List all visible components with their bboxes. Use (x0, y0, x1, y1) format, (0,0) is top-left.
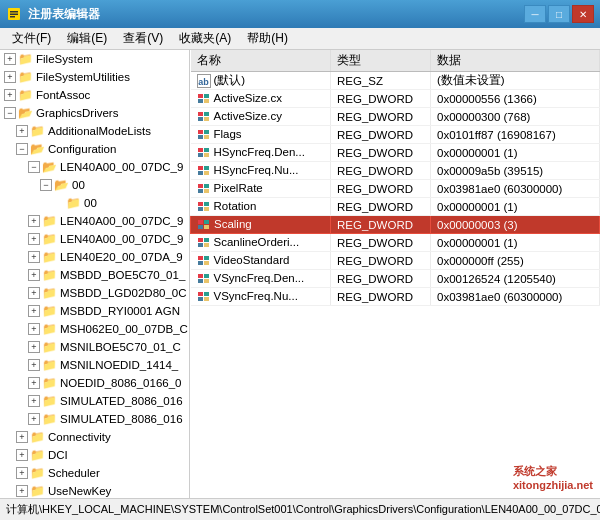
table-row[interactable]: VideoStandardREG_DWORD0x000000ff (255) (191, 252, 600, 270)
table-row[interactable]: VSyncFreq.Nu...REG_DWORD0x03981ae0 (6030… (191, 288, 600, 306)
tree-label: LEN40E20_00_07DA_9 (60, 251, 183, 263)
tree-item[interactable]: +📁FileSystemUtilities (0, 68, 189, 86)
tree-label: MSBDD_BOE5C70_01_ (60, 269, 185, 281)
expand-button[interactable]: − (4, 107, 16, 119)
svg-rect-49 (198, 297, 203, 301)
folder-icon: 📁 (18, 70, 33, 84)
reg-data: 0x00000300 (768) (431, 108, 600, 126)
table-row[interactable]: VSyncFreq.Den...REG_DWORD0x00126524 (120… (191, 270, 600, 288)
table-row[interactable]: ab(默认)REG_SZ(数值未设置) (191, 72, 600, 90)
expand-button[interactable]: + (28, 377, 40, 389)
expand-button[interactable]: + (28, 287, 40, 299)
expand-button[interactable]: + (28, 395, 40, 407)
reg-name-cell: VSyncFreq.Nu... (191, 288, 331, 306)
reg-name: VSyncFreq.Nu... (214, 290, 298, 302)
reg-dword-icon (197, 236, 211, 250)
tree-item[interactable]: +📁DCI (0, 446, 189, 464)
menu-item-3[interactable]: 收藏夹(A) (171, 28, 239, 49)
reg-dword-icon (197, 146, 211, 160)
expand-button[interactable]: + (16, 431, 28, 443)
tree-item[interactable]: +📁MSBDD_LGD02D80_0C (0, 284, 189, 302)
folder-icon: 📁 (42, 286, 57, 300)
reg-name-cell: ab(默认) (191, 72, 331, 90)
svg-rect-25 (198, 189, 203, 193)
menu-item-2[interactable]: 查看(V) (115, 28, 171, 49)
tree-item[interactable]: +📁MSBDD_BOE5C70_01_ (0, 266, 189, 284)
tree-item[interactable]: +📁MSH062E0_00_07DB_C (0, 320, 189, 338)
maximize-button[interactable]: □ (548, 5, 570, 23)
tree-panel[interactable]: +📁FileSystem+📁FileSystemUtilities+📁FontA… (0, 50, 190, 498)
expand-button[interactable]: + (16, 485, 28, 497)
tree-item[interactable]: +📁SIMULATED_8086_016 (0, 392, 189, 410)
app-icon (6, 6, 22, 22)
expand-button[interactable]: − (16, 143, 28, 155)
reg-name: VideoStandard (214, 254, 290, 266)
tree-item[interactable]: +📁AdditionalModeLists (0, 122, 189, 140)
tree-item[interactable]: −📂LEN40A00_00_07DC_9 (0, 158, 189, 176)
expand-button[interactable]: + (28, 269, 40, 281)
expand-button[interactable]: − (28, 161, 40, 173)
table-row[interactable]: ScanlineOrderi...REG_DWORD0x00000001 (1) (191, 234, 600, 252)
main-content: +📁FileSystem+📁FileSystemUtilities+📁FontA… (0, 50, 600, 498)
table-row[interactable]: HSyncFreq.Nu...REG_DWORD0x00009a5b (3951… (191, 162, 600, 180)
menu-item-0[interactable]: 文件(F) (4, 28, 59, 49)
tree-item[interactable]: +📁Scheduler (0, 464, 189, 482)
expand-button[interactable]: + (16, 125, 28, 137)
menu-item-4[interactable]: 帮助(H) (239, 28, 296, 49)
svg-rect-20 (198, 166, 203, 170)
tree-label: MSBDD_RYI0001 AGN (60, 305, 180, 317)
tree-label: NOEDID_8086_0166_0 (60, 377, 181, 389)
tree-item[interactable]: +📁Connectivity (0, 428, 189, 446)
expand-button[interactable]: + (4, 53, 16, 65)
expand-button[interactable]: + (28, 341, 40, 353)
expand-button[interactable]: + (28, 323, 40, 335)
table-row[interactable]: HSyncFreq.Den...REG_DWORD0x00000001 (1) (191, 144, 600, 162)
tree-item[interactable]: +📁LEN40A00_00_07DC_9 (0, 230, 189, 248)
tree-item[interactable]: 📁00 (0, 194, 189, 212)
expand-button[interactable]: + (16, 449, 28, 461)
tree-item[interactable]: +📁FileSystem (0, 50, 189, 68)
expand-button[interactable]: + (28, 413, 40, 425)
table-row[interactable]: RotationREG_DWORD0x00000001 (1) (191, 198, 600, 216)
table-row[interactable]: ScalingREG_DWORD0x00000003 (3) (191, 216, 600, 234)
tree-item[interactable]: −📂Configuration (0, 140, 189, 158)
reg-type: REG_DWORD (331, 180, 431, 198)
minimize-button[interactable]: ─ (524, 5, 546, 23)
svg-rect-16 (198, 148, 203, 152)
tree-item[interactable]: +📁MSNILNOEDID_1414_ (0, 356, 189, 374)
tree-item[interactable]: −📂00 (0, 176, 189, 194)
expand-button[interactable]: − (40, 179, 52, 191)
close-button[interactable]: ✕ (572, 5, 594, 23)
tree-item[interactable]: +📁LEN40E20_00_07DA_9 (0, 248, 189, 266)
expand-button[interactable]: + (28, 305, 40, 317)
expand-button[interactable]: + (4, 89, 16, 101)
expand-button[interactable]: + (28, 233, 40, 245)
col-name: 名称 (191, 50, 331, 72)
tree-item[interactable]: +📁FontAssoc (0, 86, 189, 104)
table-row[interactable]: ActiveSize.cxREG_DWORD0x00000556 (1366) (191, 90, 600, 108)
expand-button[interactable]: + (28, 359, 40, 371)
table-row[interactable]: ActiveSize.cyREG_DWORD0x00000300 (768) (191, 108, 600, 126)
tree-item[interactable]: +📁SIMULATED_8086_016 (0, 410, 189, 428)
reg-name-cell: VSyncFreq.Den... (191, 270, 331, 288)
expand-button[interactable]: + (28, 251, 40, 263)
expand-button[interactable]: + (16, 467, 28, 479)
reg-name-cell: Scaling (191, 216, 331, 234)
expand-button[interactable]: + (28, 215, 40, 227)
table-row[interactable]: PixelRateREG_DWORD0x03981ae0 (60300000) (191, 180, 600, 198)
svg-rect-23 (204, 171, 209, 175)
svg-rect-33 (198, 225, 203, 229)
svg-rect-48 (198, 292, 203, 296)
tree-item[interactable]: +📁LEN40A00_00_07DC_9 (0, 212, 189, 230)
expand-button[interactable]: + (4, 71, 16, 83)
tree-item[interactable]: +📁UseNewKey (0, 482, 189, 498)
svg-rect-22 (204, 166, 209, 170)
tree-item[interactable]: −📂GraphicsDrivers (0, 104, 189, 122)
tree-item[interactable]: +📁MSBDD_RYI0001 AGN (0, 302, 189, 320)
registry-panel[interactable]: 名称 类型 数据 ab(默认)REG_SZ(数值未设置) ActiveSize.… (190, 50, 600, 498)
reg-name-cell: ActiveSize.cy (191, 108, 331, 126)
menu-item-1[interactable]: 编辑(E) (59, 28, 115, 49)
tree-item[interactable]: +📁NOEDID_8086_0166_0 (0, 374, 189, 392)
tree-item[interactable]: +📁MSNILBOE5C70_01_C (0, 338, 189, 356)
table-row[interactable]: FlagsREG_DWORD0x0101ff87 (16908167) (191, 126, 600, 144)
